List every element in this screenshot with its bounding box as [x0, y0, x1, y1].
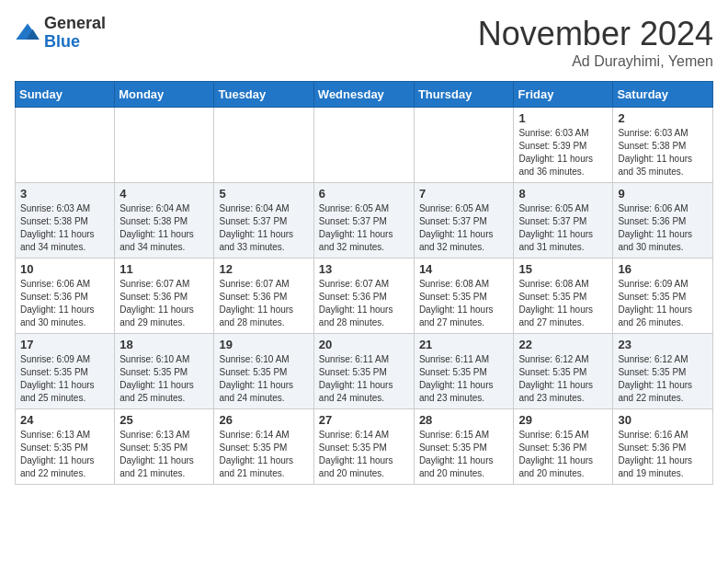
day-number: 23: [618, 338, 708, 351]
day-info: Sunrise: 6:14 AM Sunset: 5:35 PM Dayligh…: [219, 429, 308, 480]
calendar-cell: 26Sunrise: 6:14 AM Sunset: 5:35 PM Dayli…: [214, 409, 313, 485]
calendar-cell: 22Sunrise: 6:12 AM Sunset: 5:35 PM Dayli…: [514, 334, 613, 409]
calendar-cell: 13Sunrise: 6:07 AM Sunset: 5:36 PM Dayli…: [313, 259, 414, 334]
day-info: Sunrise: 6:11 AM Sunset: 5:35 PM Dayligh…: [419, 353, 509, 405]
day-number: 2: [618, 111, 708, 125]
day-number: 30: [618, 413, 708, 427]
day-number: 25: [119, 413, 209, 427]
day-number: 24: [20, 413, 109, 427]
calendar-cell: 4Sunrise: 6:04 AM Sunset: 5:38 PM Daylig…: [115, 183, 214, 259]
day-info: Sunrise: 6:16 AM Sunset: 5:36 PM Dayligh…: [618, 429, 708, 480]
calendar-cell: 2Sunrise: 6:03 AM Sunset: 5:38 PM Daylig…: [613, 108, 713, 183]
calendar-cell: 28Sunrise: 6:15 AM Sunset: 5:35 PM Dayli…: [414, 409, 514, 485]
day-info: Sunrise: 6:05 AM Sunset: 5:37 PM Dayligh…: [419, 202, 509, 254]
day-info: Sunrise: 6:12 AM Sunset: 5:35 PM Dayligh…: [618, 353, 708, 405]
calendar-cell: 30Sunrise: 6:16 AM Sunset: 5:36 PM Dayli…: [613, 409, 713, 485]
calendar-cell: 14Sunrise: 6:08 AM Sunset: 5:35 PM Dayli…: [414, 259, 514, 334]
calendar-cell: [313, 108, 414, 183]
day-number: 19: [219, 338, 308, 351]
calendar-cell: 9Sunrise: 6:06 AM Sunset: 5:36 PM Daylig…: [613, 183, 713, 259]
day-info: Sunrise: 6:06 AM Sunset: 5:36 PM Dayligh…: [618, 202, 708, 254]
day-info: Sunrise: 6:03 AM Sunset: 5:38 PM Dayligh…: [20, 202, 109, 254]
day-number: 9: [618, 187, 708, 201]
calendar-week-row: 17Sunrise: 6:09 AM Sunset: 5:35 PM Dayli…: [16, 334, 713, 409]
calendar-cell: [414, 108, 514, 183]
calendar-cell: 5Sunrise: 6:04 AM Sunset: 5:37 PM Daylig…: [214, 183, 313, 259]
calendar-cell: 20Sunrise: 6:11 AM Sunset: 5:35 PM Dayli…: [313, 334, 414, 409]
calendar-cell: 10Sunrise: 6:06 AM Sunset: 5:36 PM Dayli…: [16, 259, 115, 334]
day-info: Sunrise: 6:09 AM Sunset: 5:35 PM Dayligh…: [20, 353, 109, 405]
weekday-header: Saturday: [613, 82, 713, 108]
day-info: Sunrise: 6:12 AM Sunset: 5:35 PM Dayligh…: [518, 353, 608, 405]
calendar-table: SundayMondayTuesdayWednesdayThursdayFrid…: [15, 81, 713, 485]
logo-text: General Blue: [44, 15, 106, 52]
day-info: Sunrise: 6:08 AM Sunset: 5:35 PM Dayligh…: [518, 278, 608, 329]
day-info: Sunrise: 6:15 AM Sunset: 5:36 PM Dayligh…: [518, 429, 608, 480]
day-number: 27: [319, 413, 409, 427]
day-number: 22: [518, 338, 608, 351]
day-info: Sunrise: 6:14 AM Sunset: 5:35 PM Dayligh…: [319, 429, 409, 480]
day-number: 16: [618, 262, 708, 276]
calendar-cell: 24Sunrise: 6:13 AM Sunset: 5:35 PM Dayli…: [16, 409, 115, 485]
day-number: 13: [319, 262, 409, 276]
calendar-cell: [16, 108, 115, 183]
logo: General Blue: [15, 15, 106, 52]
day-number: 10: [20, 262, 109, 276]
calendar-cell: 21Sunrise: 6:11 AM Sunset: 5:35 PM Dayli…: [414, 334, 514, 409]
day-number: 21: [419, 338, 509, 351]
calendar-cell: 8Sunrise: 6:05 AM Sunset: 5:37 PM Daylig…: [514, 183, 613, 259]
calendar-cell: 18Sunrise: 6:10 AM Sunset: 5:35 PM Dayli…: [115, 334, 214, 409]
weekday-header: Monday: [115, 82, 214, 108]
calendar-cell: 11Sunrise: 6:07 AM Sunset: 5:36 PM Dayli…: [115, 259, 214, 334]
month-title: November 2024: [478, 15, 713, 53]
calendar-cell: 7Sunrise: 6:05 AM Sunset: 5:37 PM Daylig…: [414, 183, 514, 259]
calendar-cell: 6Sunrise: 6:05 AM Sunset: 5:37 PM Daylig…: [313, 183, 414, 259]
day-number: 8: [518, 187, 608, 201]
day-number: 12: [219, 262, 308, 276]
day-number: 3: [20, 187, 109, 201]
calendar-week-row: 3Sunrise: 6:03 AM Sunset: 5:38 PM Daylig…: [16, 183, 713, 259]
calendar-cell: 29Sunrise: 6:15 AM Sunset: 5:36 PM Dayli…: [514, 409, 613, 485]
calendar-week-row: 10Sunrise: 6:06 AM Sunset: 5:36 PM Dayli…: [16, 259, 713, 334]
weekday-header: Wednesday: [313, 82, 414, 108]
calendar-cell: 15Sunrise: 6:08 AM Sunset: 5:35 PM Dayli…: [514, 259, 613, 334]
day-info: Sunrise: 6:10 AM Sunset: 5:35 PM Dayligh…: [119, 353, 209, 405]
day-info: Sunrise: 6:04 AM Sunset: 5:38 PM Dayligh…: [119, 202, 209, 254]
day-info: Sunrise: 6:08 AM Sunset: 5:35 PM Dayligh…: [419, 278, 509, 329]
day-info: Sunrise: 6:05 AM Sunset: 5:37 PM Dayligh…: [319, 202, 409, 254]
calendar-cell: [214, 108, 313, 183]
calendar-cell: 25Sunrise: 6:13 AM Sunset: 5:35 PM Dayli…: [115, 409, 214, 485]
page-header: General Blue November 2024 Ad Durayhimi,…: [15, 15, 713, 70]
day-number: 11: [119, 262, 209, 276]
calendar-cell: 3Sunrise: 6:03 AM Sunset: 5:38 PM Daylig…: [16, 183, 115, 259]
weekday-header: Sunday: [16, 82, 115, 108]
calendar-cell: 19Sunrise: 6:10 AM Sunset: 5:35 PM Dayli…: [214, 334, 313, 409]
day-number: 29: [518, 413, 608, 427]
day-number: 18: [119, 338, 209, 351]
day-info: Sunrise: 6:03 AM Sunset: 5:38 PM Dayligh…: [618, 127, 708, 178]
day-number: 7: [419, 187, 509, 201]
calendar-week-row: 1Sunrise: 6:03 AM Sunset: 5:39 PM Daylig…: [16, 108, 713, 183]
day-number: 6: [319, 187, 409, 201]
day-number: 5: [219, 187, 308, 201]
day-info: Sunrise: 6:07 AM Sunset: 5:36 PM Dayligh…: [219, 278, 308, 329]
calendar-cell: 17Sunrise: 6:09 AM Sunset: 5:35 PM Dayli…: [16, 334, 115, 409]
day-number: 1: [518, 111, 608, 125]
weekday-header: Friday: [514, 82, 613, 108]
calendar-cell: 27Sunrise: 6:14 AM Sunset: 5:35 PM Dayli…: [313, 409, 414, 485]
day-number: 4: [119, 187, 209, 201]
calendar-cell: 23Sunrise: 6:12 AM Sunset: 5:35 PM Dayli…: [613, 334, 713, 409]
calendar-cell: 12Sunrise: 6:07 AM Sunset: 5:36 PM Dayli…: [214, 259, 313, 334]
title-block: November 2024 Ad Durayhimi, Yemen: [478, 15, 713, 70]
day-info: Sunrise: 6:03 AM Sunset: 5:39 PM Dayligh…: [518, 127, 608, 178]
day-number: 28: [419, 413, 509, 427]
calendar-week-row: 24Sunrise: 6:13 AM Sunset: 5:35 PM Dayli…: [16, 409, 713, 485]
day-info: Sunrise: 6:10 AM Sunset: 5:35 PM Dayligh…: [219, 353, 308, 405]
calendar-body: 1Sunrise: 6:03 AM Sunset: 5:39 PM Daylig…: [16, 108, 713, 485]
logo-icon: [15, 20, 40, 46]
day-number: 15: [518, 262, 608, 276]
day-info: Sunrise: 6:05 AM Sunset: 5:37 PM Dayligh…: [518, 202, 608, 254]
calendar-header-row: SundayMondayTuesdayWednesdayThursdayFrid…: [16, 82, 713, 108]
day-number: 17: [20, 338, 109, 351]
day-info: Sunrise: 6:15 AM Sunset: 5:35 PM Dayligh…: [419, 429, 509, 480]
